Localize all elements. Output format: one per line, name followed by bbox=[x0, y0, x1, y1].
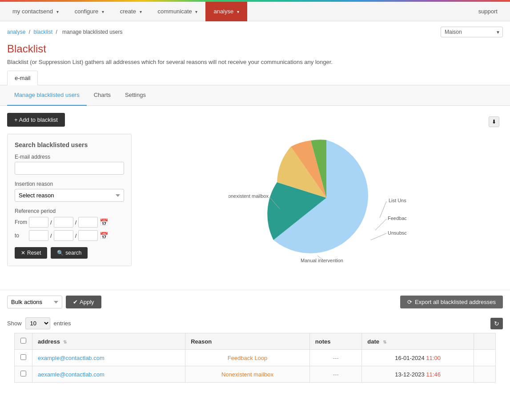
sort-date-icon: ⇅ bbox=[383, 340, 386, 344]
breadcrumb-bar: analyse / blacklist / manage blacklisted… bbox=[0, 21, 510, 43]
row2-notes: --- bbox=[309, 366, 361, 383]
label-list-unsub: List Unsubscribe bbox=[389, 198, 406, 203]
table-header-row: address ⇅ Reason notes date ⇅ bbox=[15, 333, 496, 350]
pie-chart: Nonexistent mailbox List Unsubscribe Fee… bbox=[229, 120, 406, 276]
nav-analyse[interactable]: analyse ▾ bbox=[205, 2, 247, 21]
reason-select[interactable]: Select reason Feedback Loop Nonexistent … bbox=[15, 189, 124, 202]
period-label: Reference period bbox=[15, 208, 124, 214]
row2-date: 13-12-2023 11:46 bbox=[362, 366, 474, 383]
nav-communicate[interactable]: communicate ▾ bbox=[150, 2, 206, 21]
x-icon: ✕ bbox=[21, 250, 25, 256]
search-label: search bbox=[65, 250, 81, 256]
page-title: Blacklist bbox=[7, 43, 503, 55]
reset-button[interactable]: ✕ Reset bbox=[15, 247, 47, 259]
label-line-feedback bbox=[375, 219, 386, 230]
row1-notes: --- bbox=[309, 350, 361, 366]
subtab-charts[interactable]: Charts bbox=[87, 85, 118, 106]
search-panel-title: Search blacklisted users bbox=[15, 141, 124, 148]
row1-reason: Feedback Loop bbox=[185, 350, 310, 366]
table-wrapper: address ⇅ Reason notes date ⇅ example@co… bbox=[0, 333, 510, 383]
row1-date: 16-01-2024 11:00 bbox=[362, 350, 474, 366]
breadcrumb-analyse[interactable]: analyse bbox=[7, 29, 25, 35]
row1-checkbox[interactable] bbox=[20, 354, 26, 360]
apply-label: Apply bbox=[80, 299, 94, 305]
bulk-actions-select[interactable]: Bulk actions Delete selected bbox=[7, 296, 62, 308]
row1-time-value: 11:00 bbox=[426, 355, 441, 361]
to-day-input[interactable] bbox=[29, 230, 48, 241]
subtab-settings[interactable]: Settings bbox=[118, 85, 153, 106]
entries-select[interactable]: 10 25 50 100 bbox=[25, 317, 50, 329]
caret-icon: ▾ bbox=[237, 9, 239, 14]
nav-my-contactsend[interactable]: my contactsend ▾ bbox=[4, 2, 67, 21]
from-year-input[interactable] bbox=[78, 217, 98, 228]
search-panel: Search blacklisted users E-mail address … bbox=[7, 134, 132, 266]
th-address[interactable]: address ⇅ bbox=[32, 333, 185, 350]
apply-button[interactable]: ✔ Apply bbox=[66, 296, 101, 308]
from-label: From bbox=[15, 219, 27, 225]
data-table: address ⇅ Reason notes date ⇅ example@co… bbox=[14, 333, 496, 383]
email-label: E-mail address bbox=[15, 154, 124, 160]
row2-checkbox-cell bbox=[15, 366, 32, 383]
table-head: address ⇅ Reason notes date ⇅ bbox=[15, 333, 496, 350]
table-row: example@contactlab.com Feedback Loop ---… bbox=[15, 350, 496, 366]
reason-label: Insertion reason bbox=[15, 181, 124, 187]
row1-address: example@contactlab.com bbox=[32, 350, 185, 366]
add-to-blacklist-button[interactable]: + Add to blacklist bbox=[7, 113, 65, 127]
caret-icon: ▾ bbox=[140, 9, 142, 14]
row1-actions-cell bbox=[474, 350, 495, 366]
show-entries-bar: Show 10 25 50 100 entries ↻ bbox=[0, 314, 510, 333]
label-line-unsub bbox=[371, 233, 386, 240]
check-icon: ✔ bbox=[73, 299, 78, 305]
page-subtitle: Blacklist (or Suppression List) gathers … bbox=[7, 59, 503, 65]
from-day-input[interactable] bbox=[29, 217, 48, 228]
label-feedback: Feedback Loop bbox=[388, 216, 406, 221]
subtab-manage[interactable]: Manage blacklisted users bbox=[7, 85, 87, 106]
search-button[interactable]: 🔍 search bbox=[51, 247, 88, 259]
pie-chart-svg: Nonexistent mailbox List Unsubscribe Fee… bbox=[229, 120, 406, 276]
select-all-checkbox[interactable] bbox=[20, 338, 26, 344]
chart-download-button[interactable]: ⬇ bbox=[489, 116, 499, 127]
nav-configure[interactable]: configure ▾ bbox=[67, 2, 112, 21]
to-date-row: to / / 📅 bbox=[15, 230, 124, 241]
th-reason: Reason bbox=[185, 333, 310, 350]
search-btn-row: ✕ Reset 🔍 search bbox=[15, 247, 124, 259]
breadcrumb: analyse / blacklist / manage blacklisted… bbox=[7, 29, 124, 35]
email-group: E-mail address bbox=[15, 154, 124, 175]
from-month-input[interactable] bbox=[54, 217, 73, 228]
nav-create[interactable]: create ▾ bbox=[112, 2, 150, 21]
breadcrumb-sep: / bbox=[29, 29, 32, 35]
search-icon: 🔍 bbox=[57, 250, 64, 256]
email-input[interactable] bbox=[15, 162, 124, 175]
breadcrumb-blacklist[interactable]: blacklist bbox=[33, 29, 52, 35]
row2-checkbox[interactable] bbox=[20, 371, 26, 376]
export-label: Export all blacklisted addresses bbox=[415, 299, 496, 305]
sort-address-icon: ⇅ bbox=[63, 340, 67, 344]
refresh-button[interactable]: ↻ bbox=[490, 318, 503, 329]
nav-support[interactable]: support bbox=[470, 2, 506, 21]
export-icon: ⟳ bbox=[407, 299, 412, 305]
page-header: Blacklist Blacklist (or Suppression List… bbox=[0, 43, 510, 71]
user-select[interactable]: Maison bbox=[441, 27, 503, 37]
breadcrumb-current: manage blacklisted users bbox=[62, 29, 122, 35]
show-label: Show bbox=[7, 320, 22, 327]
row1-checkbox-cell bbox=[15, 350, 32, 366]
breadcrumb-sep: / bbox=[56, 29, 59, 35]
left-panel: + Add to blacklist Search blacklisted us… bbox=[7, 113, 132, 283]
calendar-from-icon[interactable]: 📅 bbox=[100, 218, 108, 227]
to-year-input[interactable] bbox=[78, 230, 98, 241]
user-select-wrapper: Maison bbox=[441, 27, 503, 37]
th-date[interactable]: date ⇅ bbox=[362, 333, 474, 350]
label-manual: Manual intervention bbox=[300, 258, 343, 263]
export-button[interactable]: ⟳ Export all blacklisted addresses bbox=[400, 296, 503, 308]
caret-icon: ▾ bbox=[195, 9, 197, 14]
bottom-bar: Bulk actions Delete selected ✔ Apply ⟳ E… bbox=[0, 290, 510, 314]
calendar-to-icon[interactable]: 📅 bbox=[100, 232, 108, 240]
tab-email[interactable]: e-mail bbox=[7, 71, 38, 85]
chart-panel: ⬇ Nonexistent mailbox List Unsubscribe bbox=[132, 113, 503, 283]
row2-date-value: 13-12-2023 bbox=[395, 371, 425, 378]
th-notes: notes bbox=[309, 333, 361, 350]
row1-date-value: 16-01-2024 bbox=[395, 355, 425, 361]
sep4: / bbox=[75, 232, 77, 239]
to-month-input[interactable] bbox=[54, 230, 73, 241]
th-actions bbox=[474, 333, 495, 350]
